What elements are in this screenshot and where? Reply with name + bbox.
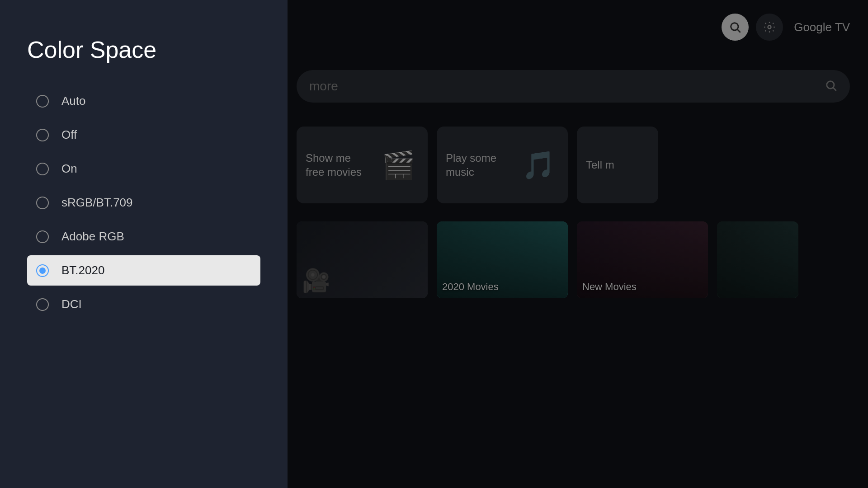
option-auto-label: Auto — [61, 94, 86, 108]
card-play-music-icon: 🎵 — [518, 145, 559, 185]
option-on[interactable]: On — [27, 154, 260, 184]
thumb-new-movies-label: New Movies — [582, 281, 637, 293]
option-adobe-label: Adobe RGB — [61, 230, 124, 244]
svg-point-2 — [768, 26, 771, 29]
card-play-music-text: Play some music — [446, 151, 511, 179]
thumb-2020-label: 2020 Movies — [442, 281, 499, 293]
card-tell-more-text: Tell m — [586, 158, 649, 172]
option-bt2020-label: BT.2020 — [61, 263, 104, 277]
settings-panel: Color Space Auto Off On sRGB/BT.709 Adob… — [0, 0, 288, 488]
radio-circle-dci — [36, 298, 49, 311]
card-play-music[interactable]: Play some music 🎵 — [437, 127, 568, 203]
search-bar[interactable]: more — [297, 70, 850, 103]
thumbnail-2020-movies[interactable]: 2020 Movies — [437, 221, 568, 298]
option-srgb-label: sRGB/BT.709 — [61, 196, 133, 210]
thumbs-row: 🎥 2020 Movies New Movies — [297, 221, 868, 298]
svg-point-0 — [731, 23, 738, 30]
search-text: more — [309, 79, 338, 94]
option-off[interactable]: Off — [27, 120, 260, 150]
option-dci-label: DCI — [61, 297, 82, 311]
search-bar-icon — [825, 79, 837, 94]
search-icon-btn[interactable] — [722, 14, 749, 41]
svg-point-3 — [827, 81, 834, 89]
option-auto[interactable]: Auto — [27, 86, 260, 116]
thumbnail-new-movies[interactable]: New Movies — [577, 221, 708, 298]
thumbnail-4[interactable] — [717, 221, 798, 298]
top-bar: Google TV — [722, 14, 850, 41]
radio-circle-off — [36, 129, 49, 141]
radio-circle-on — [36, 163, 49, 175]
option-dci[interactable]: DCI — [27, 289, 260, 319]
option-on-label: On — [61, 162, 77, 176]
option-adobe[interactable]: Adobe RGB — [27, 221, 260, 252]
card-show-movies-icon: 🎬 — [378, 145, 419, 185]
radio-circle-srgb — [36, 197, 49, 209]
card-show-movies-text: Show me free movies — [306, 151, 371, 179]
svg-line-1 — [737, 29, 740, 32]
option-off-label: Off — [61, 128, 77, 142]
radio-circle-bt2020 — [36, 264, 49, 277]
svg-line-4 — [833, 88, 836, 90]
settings-title: Color Space — [27, 36, 260, 63]
thumb-bg-1: 🎥 — [297, 221, 428, 298]
radio-circle-adobe — [36, 230, 49, 243]
cards-row: Show me free movies 🎬 Play some music 🎵 … — [297, 127, 868, 203]
card-show-movies[interactable]: Show me free movies 🎬 — [297, 127, 428, 203]
option-bt2020[interactable]: BT.2020 — [27, 255, 260, 286]
radio-circle-auto — [36, 95, 49, 108]
radio-list: Auto Off On sRGB/BT.709 Adobe RGB BT.202… — [27, 86, 260, 319]
card-tell-more[interactable]: Tell m — [577, 127, 658, 203]
settings-icon-btn[interactable] — [756, 14, 783, 41]
tv-content: Google TV more Show me free movies 🎬 Pla… — [288, 0, 868, 488]
option-srgb[interactable]: sRGB/BT.709 — [27, 188, 260, 218]
brand-label: Google TV — [794, 20, 850, 34]
thumbnail-1[interactable]: 🎥 — [297, 221, 428, 298]
